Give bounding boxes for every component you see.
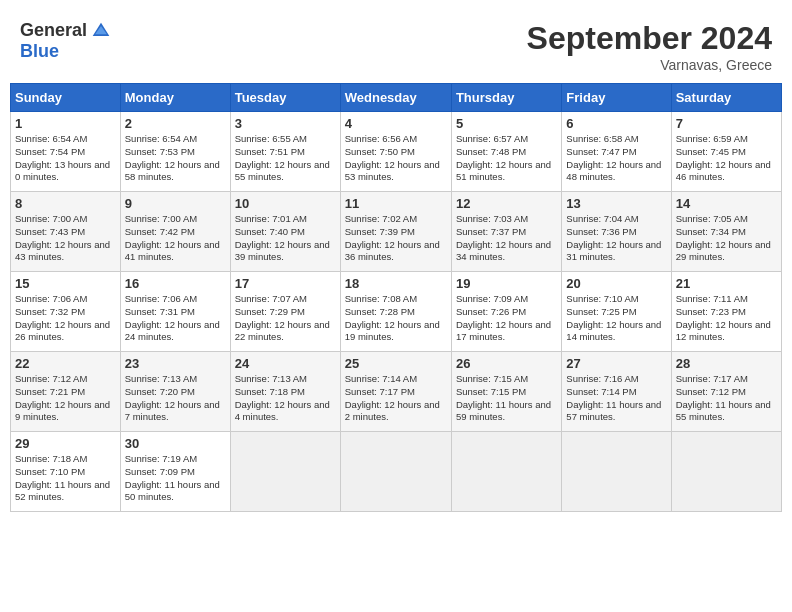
day-info: Sunrise: 7:11 AMSunset: 7:23 PMDaylight:… (676, 293, 777, 344)
day-number: 7 (676, 116, 777, 131)
table-row: 8Sunrise: 7:00 AMSunset: 7:43 PMDaylight… (11, 192, 121, 272)
table-row: 7Sunrise: 6:59 AMSunset: 7:45 PMDaylight… (671, 112, 781, 192)
col-friday: Friday (562, 84, 671, 112)
table-row: 11Sunrise: 7:02 AMSunset: 7:39 PMDayligh… (340, 192, 451, 272)
day-number: 6 (566, 116, 666, 131)
day-info: Sunrise: 7:15 AMSunset: 7:15 PMDaylight:… (456, 373, 557, 424)
table-row: 2Sunrise: 6:54 AMSunset: 7:53 PMDaylight… (120, 112, 230, 192)
table-row: 24Sunrise: 7:13 AMSunset: 7:18 PMDayligh… (230, 352, 340, 432)
day-info: Sunrise: 7:03 AMSunset: 7:37 PMDaylight:… (456, 213, 557, 264)
day-number: 2 (125, 116, 226, 131)
table-row: 28Sunrise: 7:17 AMSunset: 7:12 PMDayligh… (671, 352, 781, 432)
day-info: Sunrise: 7:13 AMSunset: 7:20 PMDaylight:… (125, 373, 226, 424)
table-row: 15Sunrise: 7:06 AMSunset: 7:32 PMDayligh… (11, 272, 121, 352)
day-number: 19 (456, 276, 557, 291)
table-row: 6Sunrise: 6:58 AMSunset: 7:47 PMDaylight… (562, 112, 671, 192)
calendar-header-row: Sunday Monday Tuesday Wednesday Thursday… (11, 84, 782, 112)
calendar-week-row: 22Sunrise: 7:12 AMSunset: 7:21 PMDayligh… (11, 352, 782, 432)
table-row: 13Sunrise: 7:04 AMSunset: 7:36 PMDayligh… (562, 192, 671, 272)
day-info: Sunrise: 7:13 AMSunset: 7:18 PMDaylight:… (235, 373, 336, 424)
day-info: Sunrise: 6:54 AMSunset: 7:53 PMDaylight:… (125, 133, 226, 184)
calendar-week-row: 29Sunrise: 7:18 AMSunset: 7:10 PMDayligh… (11, 432, 782, 512)
day-info: Sunrise: 6:58 AMSunset: 7:47 PMDaylight:… (566, 133, 666, 184)
day-info: Sunrise: 7:10 AMSunset: 7:25 PMDaylight:… (566, 293, 666, 344)
day-info: Sunrise: 7:12 AMSunset: 7:21 PMDaylight:… (15, 373, 116, 424)
day-number: 26 (456, 356, 557, 371)
table-row: 20Sunrise: 7:10 AMSunset: 7:25 PMDayligh… (562, 272, 671, 352)
table-row: 26Sunrise: 7:15 AMSunset: 7:15 PMDayligh… (451, 352, 561, 432)
day-number: 5 (456, 116, 557, 131)
day-number: 27 (566, 356, 666, 371)
table-row: 19Sunrise: 7:09 AMSunset: 7:26 PMDayligh… (451, 272, 561, 352)
day-number: 17 (235, 276, 336, 291)
title-block: September 2024 Varnavas, Greece (527, 20, 772, 73)
table-row: 27Sunrise: 7:16 AMSunset: 7:14 PMDayligh… (562, 352, 671, 432)
table-row: 9Sunrise: 7:00 AMSunset: 7:42 PMDaylight… (120, 192, 230, 272)
day-number: 9 (125, 196, 226, 211)
day-info: Sunrise: 7:06 AMSunset: 7:32 PMDaylight:… (15, 293, 116, 344)
table-row: 23Sunrise: 7:13 AMSunset: 7:20 PMDayligh… (120, 352, 230, 432)
day-info: Sunrise: 7:05 AMSunset: 7:34 PMDaylight:… (676, 213, 777, 264)
day-number: 13 (566, 196, 666, 211)
day-info: Sunrise: 7:00 AMSunset: 7:42 PMDaylight:… (125, 213, 226, 264)
day-info: Sunrise: 7:06 AMSunset: 7:31 PMDaylight:… (125, 293, 226, 344)
day-number: 11 (345, 196, 447, 211)
day-number: 29 (15, 436, 116, 451)
day-number: 21 (676, 276, 777, 291)
day-info: Sunrise: 7:16 AMSunset: 7:14 PMDaylight:… (566, 373, 666, 424)
logo-general-text: General (20, 20, 87, 41)
table-row: 30Sunrise: 7:19 AMSunset: 7:09 PMDayligh… (120, 432, 230, 512)
day-number: 8 (15, 196, 116, 211)
table-row: 29Sunrise: 7:18 AMSunset: 7:10 PMDayligh… (11, 432, 121, 512)
table-row: 1Sunrise: 6:54 AMSunset: 7:54 PMDaylight… (11, 112, 121, 192)
table-row: 5Sunrise: 6:57 AMSunset: 7:48 PMDaylight… (451, 112, 561, 192)
day-number: 15 (15, 276, 116, 291)
table-row: 14Sunrise: 7:05 AMSunset: 7:34 PMDayligh… (671, 192, 781, 272)
day-info: Sunrise: 7:01 AMSunset: 7:40 PMDaylight:… (235, 213, 336, 264)
calendar-week-row: 15Sunrise: 7:06 AMSunset: 7:32 PMDayligh… (11, 272, 782, 352)
table-row: 18Sunrise: 7:08 AMSunset: 7:28 PMDayligh… (340, 272, 451, 352)
day-number: 18 (345, 276, 447, 291)
day-number: 22 (15, 356, 116, 371)
calendar-table: Sunday Monday Tuesday Wednesday Thursday… (10, 83, 782, 512)
day-info: Sunrise: 7:08 AMSunset: 7:28 PMDaylight:… (345, 293, 447, 344)
day-info: Sunrise: 7:00 AMSunset: 7:43 PMDaylight:… (15, 213, 116, 264)
table-row: 4Sunrise: 6:56 AMSunset: 7:50 PMDaylight… (340, 112, 451, 192)
table-row (230, 432, 340, 512)
day-number: 12 (456, 196, 557, 211)
month-title: September 2024 (527, 20, 772, 57)
day-number: 1 (15, 116, 116, 131)
day-info: Sunrise: 6:57 AMSunset: 7:48 PMDaylight:… (456, 133, 557, 184)
day-info: Sunrise: 6:55 AMSunset: 7:51 PMDaylight:… (235, 133, 336, 184)
day-info: Sunrise: 7:17 AMSunset: 7:12 PMDaylight:… (676, 373, 777, 424)
day-number: 16 (125, 276, 226, 291)
day-number: 25 (345, 356, 447, 371)
col-monday: Monday (120, 84, 230, 112)
table-row (340, 432, 451, 512)
table-row (671, 432, 781, 512)
day-info: Sunrise: 6:56 AMSunset: 7:50 PMDaylight:… (345, 133, 447, 184)
day-number: 10 (235, 196, 336, 211)
col-tuesday: Tuesday (230, 84, 340, 112)
table-row: 21Sunrise: 7:11 AMSunset: 7:23 PMDayligh… (671, 272, 781, 352)
day-info: Sunrise: 6:59 AMSunset: 7:45 PMDaylight:… (676, 133, 777, 184)
day-number: 4 (345, 116, 447, 131)
table-row: 3Sunrise: 6:55 AMSunset: 7:51 PMDaylight… (230, 112, 340, 192)
day-number: 30 (125, 436, 226, 451)
day-info: Sunrise: 7:04 AMSunset: 7:36 PMDaylight:… (566, 213, 666, 264)
day-info: Sunrise: 7:02 AMSunset: 7:39 PMDaylight:… (345, 213, 447, 264)
logo-blue-text: Blue (20, 41, 59, 62)
day-info: Sunrise: 7:09 AMSunset: 7:26 PMDaylight:… (456, 293, 557, 344)
table-row (451, 432, 561, 512)
table-row: 17Sunrise: 7:07 AMSunset: 7:29 PMDayligh… (230, 272, 340, 352)
calendar-week-row: 8Sunrise: 7:00 AMSunset: 7:43 PMDaylight… (11, 192, 782, 272)
day-info: Sunrise: 6:54 AMSunset: 7:54 PMDaylight:… (15, 133, 116, 184)
table-row (562, 432, 671, 512)
col-saturday: Saturday (671, 84, 781, 112)
logo: General Blue (20, 20, 111, 62)
day-info: Sunrise: 7:14 AMSunset: 7:17 PMDaylight:… (345, 373, 447, 424)
day-info: Sunrise: 7:18 AMSunset: 7:10 PMDaylight:… (15, 453, 116, 504)
location: Varnavas, Greece (527, 57, 772, 73)
day-number: 23 (125, 356, 226, 371)
day-info: Sunrise: 7:07 AMSunset: 7:29 PMDaylight:… (235, 293, 336, 344)
